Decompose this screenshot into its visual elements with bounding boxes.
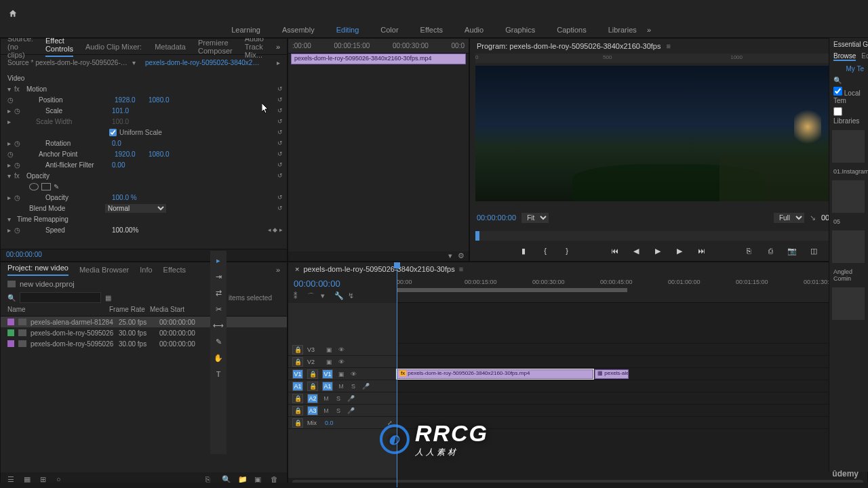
blend-mode-select[interactable]: Normal — [105, 204, 166, 213]
twisty-icon[interactable]: ▾ — [7, 85, 14, 93]
filter-icon[interactable]: ▾ — [448, 251, 452, 261]
keyframe-stopwatch-icon[interactable]: ◷ — [7, 150, 17, 158]
keyframe-stopwatch-icon[interactable]: ◷ — [14, 107, 24, 115]
pen-mask-icon[interactable]: ✎ — [54, 183, 63, 190]
program-tc-left[interactable]: 00:00:00:00 — [477, 214, 516, 222]
reset-icon[interactable]: ↺ — [277, 85, 283, 92]
panel-menu-icon[interactable]: ≡ — [459, 265, 463, 273]
reset-icon[interactable]: ↺ — [277, 205, 283, 211]
solo-button[interactable]: S — [349, 383, 357, 390]
taskbar[interactable] — [0, 483, 868, 488]
timeline-clip[interactable]: fxpexels-dom-le-roy-5095026-3840x2160-30… — [397, 369, 593, 379]
timeline-tc[interactable]: 00:00:00:00 — [294, 279, 391, 289]
keyframe-stopwatch-icon[interactable]: ◷ — [7, 96, 17, 104]
voice-icon[interactable]: 🎤 — [361, 383, 370, 390]
ws-assembly[interactable]: Assembly — [282, 26, 315, 34]
opacity-value[interactable]: 100.0 % — [112, 194, 146, 201]
mute-button[interactable]: M — [322, 407, 330, 414]
go-to-in-icon[interactable]: ⏮ — [610, 246, 619, 256]
track-a3-target[interactable]: A3 — [307, 406, 318, 415]
ws-effects[interactable]: Effects — [420, 26, 443, 34]
time-remap-label[interactable]: Time Remapping — [14, 216, 102, 223]
antiflicker-value[interactable]: 0.00 — [112, 161, 146, 169]
fx-icon[interactable]: fx — [14, 85, 24, 93]
track-toggle-icon[interactable]: ▣ — [325, 346, 333, 353]
reset-icon[interactable]: ↺ — [277, 172, 283, 179]
eye-icon[interactable]: 👁 — [349, 371, 357, 378]
ws-libraries[interactable]: Libraries — [608, 26, 637, 34]
panel-menu-icon[interactable]: ≡ — [666, 42, 670, 50]
ws-overflow-icon[interactable]: » — [647, 26, 651, 34]
keyframe-stopwatch-icon[interactable]: ◷ — [14, 140, 24, 147]
track-lanes[interactable]: fxpexels-dom-le-roy-5095026-3840x2160-30… — [397, 303, 867, 478]
track-v3-label[interactable]: V3 — [307, 346, 321, 353]
bin-filter-icon[interactable]: ▦ — [105, 294, 111, 302]
twisty-icon[interactable]: ▸ — [7, 140, 14, 147]
mix-value[interactable]: 0.0 — [325, 420, 333, 426]
export-frame-icon[interactable]: 📷 — [787, 246, 797, 256]
track-select-tool-icon[interactable]: ⇥ — [213, 271, 224, 282]
tab-info[interactable]: Info — [140, 266, 152, 274]
reset-icon[interactable]: ↺ — [277, 161, 283, 168]
snap-icon[interactable]: ⁑ — [294, 291, 302, 300]
mark-in-icon[interactable]: ▮ — [519, 246, 528, 256]
zoom-select[interactable]: Full — [774, 213, 804, 223]
track-lock-icon[interactable]: 🔒 — [307, 369, 318, 379]
ec-mini-ruler[interactable]: :00:00 00:00:15:00 00:00:30:00 00:0 — [288, 39, 469, 54]
tab-effect-controls[interactable]: Effect Controls — [45, 37, 73, 57]
libraries-checkbox[interactable] — [833, 107, 842, 116]
razor-tool-icon[interactable]: ✂ — [213, 304, 224, 314]
rect-mask-icon[interactable] — [41, 183, 51, 190]
eg-tab-browse[interactable]: Browse — [833, 52, 856, 61]
track-lock-icon[interactable]: 🔒 — [292, 357, 303, 367]
mark-out-bracket-icon[interactable]: } — [562, 246, 572, 256]
tab-media-browser[interactable]: Media Browser — [79, 266, 129, 274]
play-icon[interactable]: ▶ — [653, 246, 663, 256]
marker-icon[interactable]: ▾ — [321, 291, 329, 300]
anchor-y[interactable]: 1080.0 — [149, 150, 182, 158]
go-to-out-icon[interactable]: ⏭ — [696, 246, 706, 256]
pen-tool-icon[interactable]: ✎ — [213, 336, 224, 347]
settings-icon[interactable]: 🔧 — [334, 291, 342, 300]
ec-mini-clip[interactable]: pexels-dom-le-roy-5095026-3840x2160-30fp… — [291, 54, 466, 64]
tab-premiere-composer[interactable]: Premiere Composer — [198, 39, 233, 55]
twisty-icon[interactable]: ▸ — [7, 107, 14, 115]
track-toggle-icon[interactable]: ▣ — [337, 371, 345, 378]
eg-tab-edit[interactable]: Edi — [861, 52, 868, 61]
mute-button[interactable]: M — [337, 383, 345, 390]
ws-editing[interactable]: Editing — [336, 26, 359, 34]
fx-icon[interactable]: fx — [14, 172, 24, 180]
reset-icon[interactable]: ↺ — [277, 107, 283, 114]
tab-project[interactable]: Project: new video — [7, 264, 68, 276]
track-toggle-icon[interactable]: ▣ — [325, 359, 333, 365]
wrench-icon[interactable]: ↯ — [348, 291, 356, 300]
rotation-value[interactable]: 0.0 — [112, 140, 146, 147]
col-media-start[interactable]: Media Start — [150, 306, 197, 314]
extract-icon[interactable]: ⎙ — [766, 246, 775, 256]
voice-icon[interactable]: 🎤 — [347, 407, 355, 414]
reset-icon[interactable]: ↺ — [277, 118, 283, 125]
track-a2-target[interactable]: A2 — [307, 394, 318, 403]
home-icon[interactable] — [8, 9, 18, 18]
ws-color[interactable]: Color — [380, 26, 398, 34]
eg-my-templates[interactable]: My Te — [829, 62, 868, 75]
ripple-tool-icon[interactable]: ⇄ — [213, 287, 224, 298]
eye-icon[interactable]: 👁 — [337, 346, 345, 353]
twisty-icon[interactable]: ▸ — [7, 194, 14, 201]
playhead[interactable] — [397, 262, 397, 487]
keyframe-stopwatch-icon[interactable]: ◷ — [14, 194, 24, 201]
reset-iciv[interactable]: ↺ — [277, 129, 283, 136]
tab-metadata[interactable]: Metadata — [155, 43, 186, 51]
solo-button[interactable]: S — [334, 395, 342, 402]
track-lock-icon[interactable]: 🔒 — [292, 418, 303, 428]
mix-label[interactable]: Mix — [307, 420, 321, 426]
lift-icon[interactable]: ⎘ — [744, 246, 753, 256]
play-icon[interactable]: ▸ — [277, 59, 280, 66]
local-checkbox[interactable] — [833, 87, 842, 96]
expand-icon[interactable]: ⤢ — [387, 420, 393, 426]
position-x[interactable]: 1928.0 — [115, 96, 149, 104]
ws-audio[interactable]: Audio — [465, 26, 484, 34]
track-lock-icon[interactable]: 🔒 — [292, 345, 303, 354]
mark-in-bracket-icon[interactable]: { — [540, 246, 550, 256]
reset-icon[interactable]: ↺ — [277, 150, 283, 157]
